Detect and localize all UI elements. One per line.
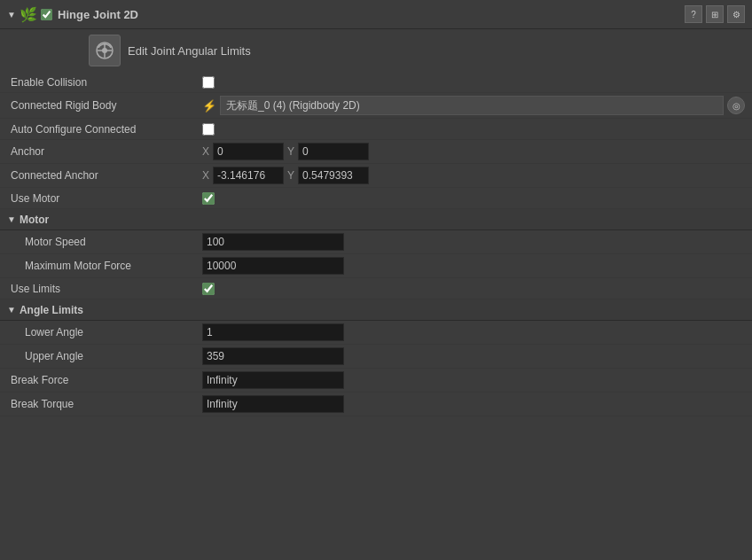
edit-joint-row: Edit Joint Angular Limits (0, 29, 752, 72)
component-enable-checkbox[interactable] (41, 9, 52, 20)
enable-collision-row: Enable Collision (0, 72, 752, 93)
connected-anchor-row: Connected Anchor X Y (0, 164, 752, 188)
svg-point-3 (102, 48, 107, 53)
transform-icon-btn[interactable]: ⊞ (706, 5, 724, 23)
motor-section-header[interactable]: ▼ Motor (0, 209, 752, 230)
panel-header: ▼ 🌿 Hinge Joint 2D ? ⊞ ⚙ (0, 0, 752, 29)
connected-rigid-body-picker-btn[interactable]: ◎ (727, 97, 745, 114)
max-motor-force-row: Maximum Motor Force (0, 254, 752, 278)
use-motor-label: Use Motor (7, 192, 202, 205)
break-torque-field[interactable] (202, 395, 344, 413)
auto-configure-row: Auto Configure Connected (0, 119, 752, 140)
break-torque-label: Break Torque (7, 398, 202, 410)
max-motor-force-label: Maximum Motor Force (7, 260, 202, 272)
motor-collapse-icon: ▼ (7, 214, 16, 224)
connected-anchor-value: X Y (202, 167, 745, 184)
motor-speed-field[interactable] (202, 233, 344, 251)
hinge-joint-2d-panel: ▼ 🌿 Hinge Joint 2D ? ⊞ ⚙ Edit Joint Angu… (0, 0, 752, 416)
auto-configure-label: Auto Configure Connected (7, 123, 202, 136)
connected-rigid-body-value: ⚡ ◎ (202, 96, 745, 115)
settings-icon-btn[interactable]: ⚙ (727, 5, 745, 23)
edit-joint-label: Edit Joint Angular Limits (128, 44, 251, 58)
help-icon-btn[interactable]: ? (685, 5, 702, 23)
anchor-x-label: X (202, 145, 209, 158)
angle-limits-section-label: Angle Limits (20, 304, 83, 316)
motor-section-label: Motor (20, 214, 49, 226)
use-limits-value (202, 283, 745, 295)
header-left: ▼ 🌿 Hinge Joint 2D (7, 6, 685, 23)
angle-limits-collapse-icon: ▼ (7, 305, 16, 315)
upper-angle-field[interactable] (202, 347, 344, 365)
connected-anchor-y-label: Y (287, 169, 294, 182)
use-motor-value (202, 192, 745, 205)
break-force-value (202, 371, 745, 389)
connected-rigid-body-field[interactable] (220, 96, 724, 115)
anchor-x-field[interactable] (213, 143, 284, 160)
collapse-triangle-icon[interactable]: ▼ (7, 10, 16, 19)
anchor-label: Anchor (7, 145, 202, 158)
rigidbody-lightning-icon: ⚡ (202, 99, 216, 113)
use-limits-row: Use Limits (0, 278, 752, 299)
auto-configure-value (202, 123, 745, 136)
motor-speed-label: Motor Speed (7, 236, 202, 248)
break-torque-row: Break Torque (0, 393, 752, 416)
use-motor-row: Use Motor (0, 188, 752, 209)
enable-collision-label: Enable Collision (7, 76, 202, 89)
connected-anchor-y-field[interactable] (298, 167, 369, 184)
motor-speed-row: Motor Speed (0, 230, 752, 254)
lower-angle-field[interactable] (202, 323, 344, 341)
edit-joint-icon (95, 41, 114, 60)
upper-angle-row: Upper Angle (0, 345, 752, 369)
max-motor-force-value (202, 257, 745, 275)
anchor-y-field[interactable] (298, 143, 369, 160)
use-motor-checkbox[interactable] (202, 192, 215, 205)
break-force-field[interactable] (202, 371, 344, 389)
edit-joint-button[interactable] (89, 35, 121, 66)
connected-anchor-label: Connected Anchor (7, 169, 202, 182)
enable-collision-value (202, 76, 745, 89)
connected-anchor-xy-group: X Y (202, 167, 369, 184)
lower-angle-label: Lower Angle (7, 326, 202, 338)
anchor-row: Anchor X Y (0, 140, 752, 164)
anchor-y-label: Y (287, 145, 294, 158)
connected-anchor-x-label: X (202, 169, 209, 182)
upper-angle-label: Upper Angle (7, 350, 202, 362)
connected-rigid-body-label: Connected Rigid Body (7, 99, 202, 112)
lower-angle-row: Lower Angle (0, 321, 752, 345)
break-force-row: Break Force (0, 369, 752, 393)
connected-rigid-body-row: Connected Rigid Body ⚡ ◎ (0, 93, 752, 119)
anchor-xy-group: X Y (202, 143, 369, 160)
angle-limits-section-header[interactable]: ▼ Angle Limits (0, 299, 752, 321)
enable-collision-checkbox[interactable] (202, 76, 215, 89)
header-right-icons: ? ⊞ ⚙ (685, 5, 745, 23)
break-torque-value (202, 395, 745, 413)
motor-speed-value (202, 233, 745, 251)
auto-configure-checkbox[interactable] (202, 123, 215, 136)
connected-anchor-x-field[interactable] (213, 167, 284, 184)
panel-title: Hinge Joint 2D (58, 8, 138, 21)
use-limits-checkbox[interactable] (202, 283, 215, 295)
max-motor-force-field[interactable] (202, 257, 344, 275)
anchor-value: X Y (202, 143, 745, 160)
break-force-label: Break Force (7, 374, 202, 386)
use-limits-label: Use Limits (7, 283, 202, 295)
lower-angle-value (202, 323, 745, 341)
upper-angle-value (202, 347, 745, 365)
leaf-icon: 🌿 (20, 6, 37, 23)
